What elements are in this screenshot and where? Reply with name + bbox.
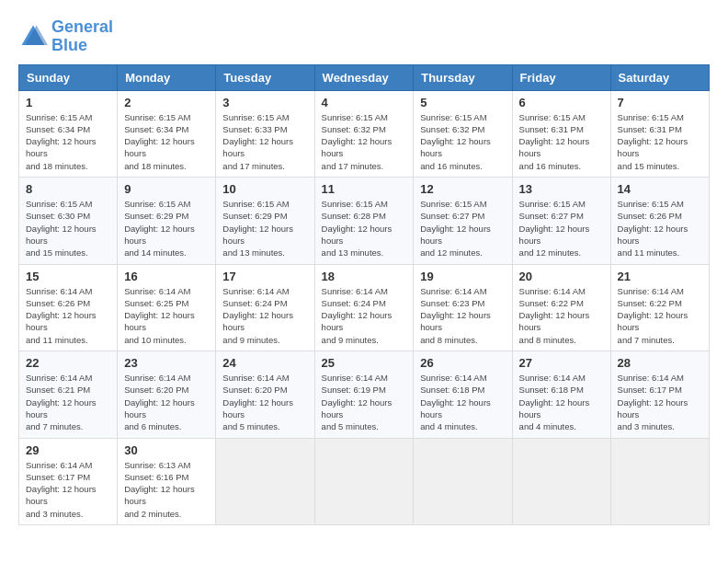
day-info: Sunrise: 6:14 AMSunset: 6:25 PMDaylight:… [124, 285, 209, 346]
day-info: Sunrise: 6:14 AMSunset: 6:17 PMDaylight:… [26, 459, 110, 520]
day-number: 7 [618, 96, 702, 109]
page-header: General Blue [18, 18, 710, 55]
calendar-cell [610, 438, 709, 524]
day-info: Sunrise: 6:15 AMSunset: 6:31 PMDaylight:… [519, 111, 604, 172]
day-info: Sunrise: 6:15 AMSunset: 6:29 PMDaylight:… [124, 198, 209, 259]
day-info: Sunrise: 6:15 AMSunset: 6:34 PMDaylight:… [26, 111, 110, 172]
calendar-cell: 30Sunrise: 6:13 AMSunset: 6:16 PMDayligh… [118, 438, 216, 524]
day-number: 24 [222, 356, 307, 370]
day-info: Sunrise: 6:14 AMSunset: 6:24 PMDaylight:… [222, 285, 307, 346]
day-info: Sunrise: 6:14 AMSunset: 6:19 PMDaylight:… [322, 372, 407, 432]
day-info: Sunrise: 6:15 AMSunset: 6:26 PMDaylight:… [618, 198, 702, 259]
calendar-cell: 21Sunrise: 6:14 AMSunset: 6:22 PMDayligh… [610, 264, 709, 350]
calendar-week-row: 1Sunrise: 6:15 AMSunset: 6:34 PMDaylight… [19, 90, 710, 177]
day-number: 22 [26, 356, 110, 370]
day-number: 4 [322, 96, 407, 109]
logo-icon [18, 22, 48, 52]
day-number: 11 [322, 182, 407, 196]
logo-text: General Blue [51, 18, 113, 55]
logo: General Blue [18, 18, 113, 55]
day-number: 25 [322, 356, 407, 370]
weekday-header: Friday [512, 64, 610, 90]
day-info: Sunrise: 6:14 AMSunset: 6:20 PMDaylight:… [124, 372, 209, 432]
day-number: 5 [420, 96, 505, 109]
weekday-header: Wednesday [314, 64, 414, 90]
calendar-cell: 23Sunrise: 6:14 AMSunset: 6:20 PMDayligh… [118, 351, 216, 438]
day-info: Sunrise: 6:13 AMSunset: 6:16 PMDaylight:… [124, 459, 209, 520]
day-info: Sunrise: 6:14 AMSunset: 6:23 PMDaylight:… [420, 285, 505, 346]
day-info: Sunrise: 6:15 AMSunset: 6:28 PMDaylight:… [322, 198, 407, 259]
calendar: SundayMondayTuesdayWednesdayThursdayFrid… [18, 64, 710, 525]
day-info: Sunrise: 6:15 AMSunset: 6:27 PMDaylight:… [420, 198, 505, 259]
calendar-cell: 18Sunrise: 6:14 AMSunset: 6:24 PMDayligh… [314, 264, 414, 350]
calendar-cell [216, 438, 314, 524]
calendar-week-row: 15Sunrise: 6:14 AMSunset: 6:26 PMDayligh… [19, 264, 710, 350]
day-info: Sunrise: 6:14 AMSunset: 6:26 PMDaylight:… [26, 285, 110, 346]
day-info: Sunrise: 6:15 AMSunset: 6:27 PMDaylight:… [519, 198, 604, 259]
calendar-cell: 9Sunrise: 6:15 AMSunset: 6:29 PMDaylight… [118, 178, 216, 264]
day-number: 12 [420, 182, 505, 196]
calendar-cell: 15Sunrise: 6:14 AMSunset: 6:26 PMDayligh… [19, 264, 118, 350]
day-number: 9 [124, 182, 209, 196]
day-number: 17 [222, 270, 307, 283]
day-info: Sunrise: 6:14 AMSunset: 6:18 PMDaylight:… [420, 372, 505, 432]
calendar-cell: 20Sunrise: 6:14 AMSunset: 6:22 PMDayligh… [512, 264, 610, 350]
day-number: 21 [618, 270, 702, 283]
day-info: Sunrise: 6:14 AMSunset: 6:17 PMDaylight:… [618, 372, 702, 432]
calendar-week-row: 22Sunrise: 6:14 AMSunset: 6:21 PMDayligh… [19, 351, 710, 438]
day-number: 30 [124, 443, 209, 457]
calendar-cell: 10Sunrise: 6:15 AMSunset: 6:29 PMDayligh… [216, 178, 314, 264]
day-number: 20 [519, 270, 604, 283]
day-info: Sunrise: 6:14 AMSunset: 6:22 PMDaylight:… [618, 285, 702, 346]
day-number: 15 [26, 270, 110, 283]
calendar-header-row: SundayMondayTuesdayWednesdayThursdayFrid… [19, 64, 710, 90]
calendar-cell: 29Sunrise: 6:14 AMSunset: 6:17 PMDayligh… [19, 438, 118, 524]
day-number: 28 [618, 356, 702, 370]
calendar-cell: 5Sunrise: 6:15 AMSunset: 6:32 PMDaylight… [414, 90, 512, 177]
day-number: 16 [124, 270, 209, 283]
day-number: 26 [420, 356, 505, 370]
calendar-cell: 19Sunrise: 6:14 AMSunset: 6:23 PMDayligh… [414, 264, 512, 350]
day-number: 3 [222, 96, 307, 109]
calendar-cell: 25Sunrise: 6:14 AMSunset: 6:19 PMDayligh… [314, 351, 414, 438]
calendar-cell: 7Sunrise: 6:15 AMSunset: 6:31 PMDaylight… [610, 90, 709, 177]
day-info: Sunrise: 6:14 AMSunset: 6:22 PMDaylight:… [519, 285, 604, 346]
day-info: Sunrise: 6:14 AMSunset: 6:21 PMDaylight:… [26, 372, 110, 432]
weekday-header: Thursday [414, 64, 512, 90]
day-info: Sunrise: 6:15 AMSunset: 6:32 PMDaylight:… [420, 111, 505, 172]
calendar-cell: 4Sunrise: 6:15 AMSunset: 6:32 PMDaylight… [314, 90, 414, 177]
weekday-header: Monday [118, 64, 216, 90]
calendar-cell: 13Sunrise: 6:15 AMSunset: 6:27 PMDayligh… [512, 178, 610, 264]
calendar-cell [314, 438, 414, 524]
day-info: Sunrise: 6:15 AMSunset: 6:34 PMDaylight:… [124, 111, 209, 172]
calendar-cell [414, 438, 512, 524]
calendar-week-row: 8Sunrise: 6:15 AMSunset: 6:30 PMDaylight… [19, 178, 710, 264]
day-number: 2 [124, 96, 209, 109]
day-number: 6 [519, 96, 604, 109]
calendar-cell: 1Sunrise: 6:15 AMSunset: 6:34 PMDaylight… [19, 90, 118, 177]
weekday-header: Saturday [610, 64, 709, 90]
day-number: 14 [618, 182, 702, 196]
calendar-cell: 8Sunrise: 6:15 AMSunset: 6:30 PMDaylight… [19, 178, 118, 264]
day-info: Sunrise: 6:14 AMSunset: 6:20 PMDaylight:… [222, 372, 307, 432]
calendar-cell: 16Sunrise: 6:14 AMSunset: 6:25 PMDayligh… [118, 264, 216, 350]
day-number: 1 [26, 96, 110, 109]
day-number: 29 [26, 443, 110, 457]
weekday-header: Tuesday [216, 64, 314, 90]
calendar-cell: 6Sunrise: 6:15 AMSunset: 6:31 PMDaylight… [512, 90, 610, 177]
calendar-cell: 24Sunrise: 6:14 AMSunset: 6:20 PMDayligh… [216, 351, 314, 438]
day-info: Sunrise: 6:14 AMSunset: 6:18 PMDaylight:… [519, 372, 604, 432]
day-number: 18 [322, 270, 407, 283]
day-number: 10 [222, 182, 307, 196]
weekday-header: Sunday [19, 64, 118, 90]
calendar-body: 1Sunrise: 6:15 AMSunset: 6:34 PMDaylight… [19, 90, 710, 524]
day-number: 27 [519, 356, 604, 370]
calendar-cell: 14Sunrise: 6:15 AMSunset: 6:26 PMDayligh… [610, 178, 709, 264]
day-number: 8 [26, 182, 110, 196]
calendar-week-row: 29Sunrise: 6:14 AMSunset: 6:17 PMDayligh… [19, 438, 710, 524]
calendar-cell: 3Sunrise: 6:15 AMSunset: 6:33 PMDaylight… [216, 90, 314, 177]
calendar-cell: 28Sunrise: 6:14 AMSunset: 6:17 PMDayligh… [610, 351, 709, 438]
day-number: 19 [420, 270, 505, 283]
calendar-cell: 11Sunrise: 6:15 AMSunset: 6:28 PMDayligh… [314, 178, 414, 264]
calendar-cell [512, 438, 610, 524]
